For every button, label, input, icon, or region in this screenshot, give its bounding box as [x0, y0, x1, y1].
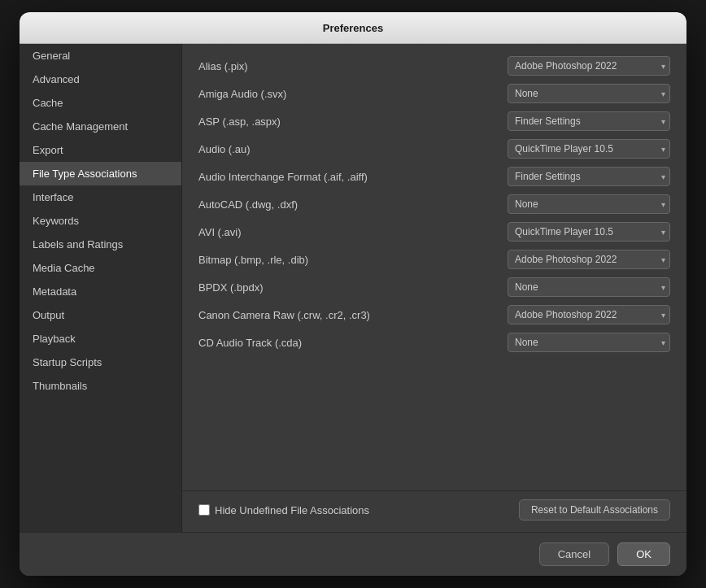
sidebar-item-output[interactable]: Output	[20, 303, 181, 327]
sidebar-item-startup-scripts[interactable]: Startup Scripts	[20, 351, 181, 374]
file-select[interactable]: NoneFinder SettingsAdobe Photoshop 2022Q…	[508, 167, 670, 186]
file-label: Alias (.pix)	[198, 60, 508, 72]
file-select[interactable]: NoneFinder SettingsAdobe Photoshop 2022Q…	[508, 277, 670, 297]
file-select[interactable]: NoneFinder SettingsAdobe Photoshop 2022Q…	[508, 333, 670, 352]
file-select-wrapper: NoneFinder SettingsAdobe Photoshop 2022Q…	[508, 277, 670, 297]
file-select[interactable]: NoneFinder SettingsAdobe Photoshop 2022Q…	[508, 84, 670, 103]
hide-undefined-checkbox-wrapper: Hide Undefined File Associations	[198, 504, 369, 516]
file-label: CD Audio Track (.cda)	[198, 337, 508, 349]
file-select[interactable]: NoneFinder SettingsAdobe Photoshop 2022Q…	[508, 222, 670, 242]
reset-button[interactable]: Reset to Default Associations	[519, 499, 670, 520]
file-select[interactable]: NoneFinder SettingsAdobe Photoshop 2022Q…	[508, 194, 670, 214]
file-label: Canon Camera Raw (.crw, .cr2, .cr3)	[198, 309, 508, 321]
file-row: Canon Camera Raw (.crw, .cr2, .cr3)NoneF…	[182, 301, 686, 329]
file-row: CD Audio Track (.cda)NoneFinder Settings…	[182, 329, 686, 356]
preferences-dialog: Preferences GeneralAdvancedCacheCache Ma…	[20, 12, 686, 576]
sidebar-item-cache[interactable]: Cache	[20, 91, 181, 115]
file-row: ASP (.asp, .aspx)NoneFinder SettingsAdob…	[182, 107, 686, 135]
file-select-wrapper: NoneFinder SettingsAdobe Photoshop 2022Q…	[508, 111, 670, 131]
sidebar-item-export[interactable]: Export	[20, 138, 181, 162]
cancel-button[interactable]: Cancel	[539, 542, 609, 566]
sidebar-item-keywords[interactable]: Keywords	[20, 209, 181, 233]
file-select-wrapper: NoneFinder SettingsAdobe Photoshop 2022Q…	[508, 333, 670, 352]
sidebar-scroll[interactable]: GeneralAdvancedCacheCache ManagementExpo…	[20, 44, 181, 532]
file-select-wrapper: NoneFinder SettingsAdobe Photoshop 2022Q…	[508, 222, 670, 242]
file-label: Amiga Audio (.svx)	[198, 88, 508, 100]
file-list-scroll[interactable]: Alias (.pix)NoneFinder SettingsAdobe Pho…	[182, 44, 686, 490]
sidebar-item-labels-and-ratings[interactable]: Labels and Ratings	[20, 233, 181, 256]
file-row: AVI (.avi)NoneFinder SettingsAdobe Photo…	[182, 218, 686, 246]
hide-undefined-label[interactable]: Hide Undefined File Associations	[215, 504, 369, 516]
file-select[interactable]: NoneFinder SettingsAdobe Photoshop 2022Q…	[508, 56, 670, 76]
file-label: ASP (.asp, .aspx)	[198, 115, 508, 128]
sidebar-item-media-cache[interactable]: Media Cache	[20, 256, 181, 280]
file-list-area: Alias (.pix)NoneFinder SettingsAdobe Pho…	[182, 44, 686, 490]
dialog-titlebar: Preferences	[20, 12, 686, 44]
file-row: Alias (.pix)NoneFinder SettingsAdobe Pho…	[182, 52, 686, 80]
file-select[interactable]: NoneFinder SettingsAdobe Photoshop 2022Q…	[508, 111, 670, 131]
file-select-wrapper: NoneFinder SettingsAdobe Photoshop 2022Q…	[508, 84, 670, 103]
file-select[interactable]: NoneFinder SettingsAdobe Photoshop 2022Q…	[508, 139, 670, 159]
bottom-bar: Hide Undefined File Associations Reset t…	[182, 490, 686, 532]
dialog-footer: Cancel OK	[20, 532, 686, 576]
file-row: AutoCAD (.dwg, .dxf)NoneFinder SettingsA…	[182, 190, 686, 218]
hide-undefined-checkbox[interactable]	[198, 504, 210, 516]
file-select-wrapper: NoneFinder SettingsAdobe Photoshop 2022Q…	[508, 139, 670, 159]
sidebar: GeneralAdvancedCacheCache ManagementExpo…	[20, 44, 182, 532]
sidebar-item-thumbnails[interactable]: Thumbnails	[20, 374, 181, 398]
file-select[interactable]: NoneFinder SettingsAdobe Photoshop 2022Q…	[508, 250, 670, 269]
file-select[interactable]: NoneFinder SettingsAdobe Photoshop 2022Q…	[508, 305, 670, 324]
sidebar-item-advanced[interactable]: Advanced	[20, 68, 181, 91]
sidebar-item-metadata[interactable]: Metadata	[20, 280, 181, 303]
file-select-wrapper: NoneFinder SettingsAdobe Photoshop 2022Q…	[508, 56, 670, 76]
sidebar-item-cache-management[interactable]: Cache Management	[20, 115, 181, 138]
sidebar-item-file-type-associations[interactable]: File Type Associations	[20, 162, 181, 185]
main-content: Alias (.pix)NoneFinder SettingsAdobe Pho…	[182, 44, 686, 532]
file-label: Bitmap (.bmp, .rle, .dib)	[198, 254, 508, 266]
ok-button[interactable]: OK	[617, 542, 670, 566]
file-select-wrapper: NoneFinder SettingsAdobe Photoshop 2022Q…	[508, 305, 670, 324]
file-select-wrapper: NoneFinder SettingsAdobe Photoshop 2022Q…	[508, 194, 670, 214]
file-row: Bitmap (.bmp, .rle, .dib)NoneFinder Sett…	[182, 246, 686, 273]
file-label: Audio Interchange Format (.aif, .aiff)	[198, 171, 508, 183]
file-label: AutoCAD (.dwg, .dxf)	[198, 198, 508, 211]
file-label: Audio (.au)	[198, 143, 508, 155]
sidebar-item-playback[interactable]: Playback	[20, 327, 181, 351]
sidebar-item-general[interactable]: General	[20, 44, 181, 68]
file-row: Audio (.au)NoneFinder SettingsAdobe Phot…	[182, 135, 686, 163]
file-label: AVI (.avi)	[198, 226, 508, 238]
file-label: BPDX (.bpdx)	[198, 281, 508, 294]
dialog-title: Preferences	[323, 22, 383, 34]
file-row: Amiga Audio (.svx)NoneFinder SettingsAdo…	[182, 80, 686, 107]
sidebar-item-interface[interactable]: Interface	[20, 185, 181, 209]
file-row: BPDX (.bpdx)NoneFinder SettingsAdobe Pho…	[182, 273, 686, 301]
file-select-wrapper: NoneFinder SettingsAdobe Photoshop 2022Q…	[508, 167, 670, 186]
file-row: Audio Interchange Format (.aif, .aiff)No…	[182, 163, 686, 190]
dialog-body: GeneralAdvancedCacheCache ManagementExpo…	[20, 44, 686, 532]
file-select-wrapper: NoneFinder SettingsAdobe Photoshop 2022Q…	[508, 250, 670, 269]
